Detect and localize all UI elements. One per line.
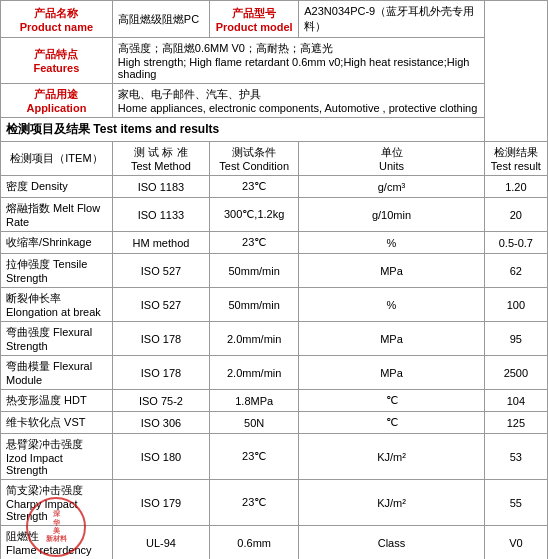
table-row: 断裂伸长率 Elongation at break ISO 527 50mm/m…	[1, 288, 548, 322]
cell-item: 弯曲模量 Flexural Module	[1, 356, 113, 390]
cell-result: 53	[484, 434, 547, 480]
application-row: 产品用途 Application 家电、电子邮件、汽车、护具 Home appl…	[1, 84, 548, 118]
features-label: 产品特点 Features	[1, 38, 113, 84]
table-row: 收缩率/Shrinkage HM method 23℃ % 0.5-0.7	[1, 232, 548, 254]
col-method: 测 试 标 准 Test Method	[112, 142, 209, 176]
cell-result: 62	[484, 254, 547, 288]
col-unit: 单位 Units	[299, 142, 484, 176]
cell-result: 100	[484, 288, 547, 322]
table-row: 悬臂梁冲击强度 Izod Impact Strength ISO 180 23℃…	[1, 434, 548, 480]
cell-item: 悬臂梁冲击强度 Izod Impact Strength	[1, 434, 113, 480]
table-row: 密度 Density ISO 1183 23℃ g/cm³ 1.20	[1, 176, 548, 198]
product-model-label: 产品型号 Product model	[210, 1, 299, 38]
cell-method: ISO 75-2	[112, 390, 209, 412]
features-row: 产品特点 Features 高强度；高阻燃0.6MM V0；高耐热；高遮光 Hi…	[1, 38, 548, 84]
cell-result: 1.20	[484, 176, 547, 198]
cell-method: ISO 180	[112, 434, 209, 480]
table-row: 维卡软化点 VST ISO 306 50N ℃ 125	[1, 412, 548, 434]
cell-method: UL-94	[112, 526, 209, 560]
product-name-value: 高阻燃级阻燃PC	[112, 1, 209, 38]
cell-result: 104	[484, 390, 547, 412]
table-row: 弯曲模量 Flexural Module ISO 178 2.0mm/min M…	[1, 356, 548, 390]
cell-method: ISO 178	[112, 356, 209, 390]
cell-method: ISO 527	[112, 254, 209, 288]
cell-method: ISO 179	[112, 480, 209, 526]
cell-result: 95	[484, 322, 547, 356]
product-name-row: 产品名称 Product name 高阻燃级阻燃PC 产品型号 Product …	[1, 1, 548, 38]
table-row: 熔融指数 Melt Flow Rate ISO 1133 300℃,1.2kg …	[1, 198, 548, 232]
cell-condition: 2.0mm/min	[210, 356, 299, 390]
cell-condition: 1.8MPa	[210, 390, 299, 412]
cell-result: 20	[484, 198, 547, 232]
application-value: 家电、电子邮件、汽车、护具 Home appliances, electroni…	[112, 84, 484, 118]
cell-unit: %	[299, 288, 484, 322]
product-model-value: A23N034PC-9（蓝牙耳机外壳专用料）	[299, 1, 484, 38]
cell-condition: 0.6mm	[210, 526, 299, 560]
cell-unit: KJ/m²	[299, 480, 484, 526]
cell-unit: MPa	[299, 356, 484, 390]
test-section-title: 检测项目及结果 Test items and results	[1, 118, 485, 142]
table-row: 热变形温度 HDT ISO 75-2 1.8MPa ℃ 104	[1, 390, 548, 412]
cell-condition: 23℃	[210, 176, 299, 198]
table-row: 拉伸强度 Tensile Strength ISO 527 50mm/min M…	[1, 254, 548, 288]
main-table: 产品名称 Product name 高阻燃级阻燃PC 产品型号 Product …	[0, 0, 548, 559]
cell-result: V0	[484, 526, 547, 560]
product-name-label: 产品名称 Product name	[1, 1, 113, 38]
watermark: 深华美新材料	[26, 497, 86, 557]
cell-item: 热变形温度 HDT	[1, 390, 113, 412]
cell-condition: 300℃,1.2kg	[210, 198, 299, 232]
col-item: 检测项目（ITEM）	[1, 142, 113, 176]
cell-condition: 50mm/min	[210, 254, 299, 288]
cell-item: 密度 Density	[1, 176, 113, 198]
cell-unit: KJ/m²	[299, 434, 484, 480]
table-row: 弯曲强度 Flexural Strength ISO 178 2.0mm/min…	[1, 322, 548, 356]
cell-method: ISO 527	[112, 288, 209, 322]
cell-method: HM method	[112, 232, 209, 254]
table-header-row: 检测项目（ITEM） 测 试 标 准 Test Method 测试条件 Test…	[1, 142, 548, 176]
col-result: 检测结果 Test result	[484, 142, 547, 176]
cell-unit: ℃	[299, 390, 484, 412]
cell-unit: g/cm³	[299, 176, 484, 198]
data-rows: 密度 Density ISO 1183 23℃ g/cm³ 1.20 熔融指数 …	[1, 176, 548, 560]
cell-item: 维卡软化点 VST	[1, 412, 113, 434]
cell-item: 熔融指数 Melt Flow Rate	[1, 198, 113, 232]
application-label: 产品用途 Application	[1, 84, 113, 118]
cell-unit: MPa	[299, 322, 484, 356]
cell-unit: g/10min	[299, 198, 484, 232]
cell-result: 55	[484, 480, 547, 526]
cell-method: ISO 1133	[112, 198, 209, 232]
cell-result: 0.5-0.7	[484, 232, 547, 254]
cell-condition: 50N	[210, 412, 299, 434]
cell-unit: %	[299, 232, 484, 254]
cell-item: 收缩率/Shrinkage	[1, 232, 113, 254]
cell-item: 拉伸强度 Tensile Strength	[1, 254, 113, 288]
cell-unit: Class	[299, 526, 484, 560]
cell-item: 断裂伸长率 Elongation at break	[1, 288, 113, 322]
table-row: 阻燃性 Flame retardency深华美新材料 UL-94 0.6mm C…	[1, 526, 548, 560]
cell-condition: 23℃	[210, 480, 299, 526]
cell-result: 125	[484, 412, 547, 434]
features-value: 高强度；高阻燃0.6MM V0；高耐热；高遮光 High strength; H…	[112, 38, 484, 84]
cell-method: ISO 306	[112, 412, 209, 434]
cell-condition: 50mm/min	[210, 288, 299, 322]
col-condition: 测试条件 Test Condition	[210, 142, 299, 176]
cell-condition: 23℃	[210, 232, 299, 254]
cell-condition: 2.0mm/min	[210, 322, 299, 356]
cell-result: 2500	[484, 356, 547, 390]
cell-condition: 23℃	[210, 434, 299, 480]
test-section-title-row: 检测项目及结果 Test items and results	[1, 118, 548, 142]
cell-method: ISO 178	[112, 322, 209, 356]
cell-unit: MPa	[299, 254, 484, 288]
cell-item: 弯曲强度 Flexural Strength	[1, 322, 113, 356]
cell-unit: ℃	[299, 412, 484, 434]
cell-method: ISO 1183	[112, 176, 209, 198]
cell-item: 阻燃性 Flame retardency深华美新材料	[1, 526, 113, 560]
